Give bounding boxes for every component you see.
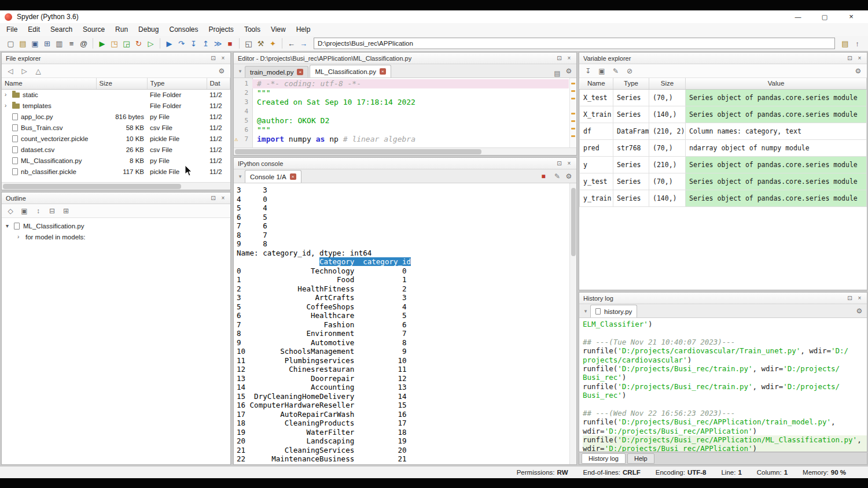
step-into-icon[interactable]: ↧ — [187, 38, 200, 50]
panel-tab-help[interactable]: Help — [627, 453, 654, 464]
variable-row[interactable]: dfDataFrame(210, 2)Column names: categor… — [580, 123, 867, 139]
remove-variable-icon[interactable]: ⊘ — [624, 67, 635, 75]
working-directory-input[interactable] — [314, 38, 835, 49]
step-over-icon[interactable]: ↷ — [175, 38, 187, 50]
rename-console-icon[interactable]: ✎ — [551, 172, 563, 180]
browse-directory-icon[interactable]: ▤ — [839, 38, 851, 50]
undock-pane-icon[interactable]: ⊡ — [208, 195, 218, 201]
save-all-icon[interactable]: ⊞ — [41, 38, 53, 50]
panel-tab-history-log[interactable]: History log — [582, 453, 626, 464]
go-to-cursor-icon[interactable]: ◇ — [5, 207, 16, 215]
editor-hscrollbar[interactable] — [234, 147, 576, 155]
file-row[interactable]: ›templatesFile Folder11/2 — [2, 100, 230, 111]
options-gear-icon[interactable]: ⚙ — [216, 67, 227, 75]
python-env-icon[interactable]: ✦ — [267, 38, 279, 50]
debug-continue-icon[interactable]: ≫ — [212, 38, 224, 50]
symbol-finder-icon[interactable]: @ — [78, 38, 90, 50]
code-text[interactable]: import numpy as np # linear algebra — [252, 135, 569, 144]
close-pane-icon[interactable]: × — [564, 160, 574, 167]
menu-source[interactable]: Source — [78, 23, 110, 36]
maximize-button[interactable]: ▢ — [811, 10, 838, 23]
file-row[interactable]: count_vectorizer.pickle10 KBpickle File1… — [2, 133, 230, 144]
variable-row[interactable]: X_trainSeries(140,)Series object of pand… — [580, 106, 867, 123]
file-row[interactable]: Bus_Train.csv58 KBcsv File11/2 — [2, 122, 230, 133]
parent-directory-icon[interactable]: ↑ — [851, 38, 863, 50]
open-file-icon[interactable]: ▤ — [17, 38, 29, 50]
forward-icon[interactable]: → — [297, 38, 310, 50]
show-fullpath-icon[interactable]: ▣ — [19, 207, 30, 215]
rerun-cell-icon[interactable]: ↻ — [133, 38, 145, 50]
undock-pane-icon[interactable]: ⊡ — [208, 55, 218, 61]
run-cell-advance-icon[interactable]: ◲ — [120, 38, 133, 50]
variable-row[interactable]: y_testSeries(70,)Series object of pandas… — [580, 173, 867, 190]
close-tab-icon[interactable]: × — [297, 69, 303, 75]
undock-pane-icon[interactable]: ⊡ — [554, 55, 564, 61]
menu-projects[interactable]: Projects — [204, 23, 239, 36]
import-data-icon[interactable]: ↧ — [582, 67, 594, 75]
back-icon[interactable]: ← — [285, 38, 297, 50]
file-column-size[interactable]: Size — [96, 78, 147, 89]
collapse-all-icon[interactable]: ⊟ — [46, 207, 58, 215]
preferences-icon[interactable]: ⚒ — [255, 38, 267, 50]
variable-row[interactable]: X_testSeries(70,)Series object of pandas… — [580, 89, 867, 106]
menu-view[interactable]: View — [266, 23, 291, 36]
code-text[interactable]: # -*- coding: utf-8 -*- — [252, 79, 569, 88]
previous-directory-icon[interactable]: ◁ — [5, 67, 16, 75]
history-options-gear-icon[interactable]: ⚙ — [854, 307, 865, 315]
minimize-button[interactable]: — — [785, 10, 811, 23]
expand-all-icon[interactable]: ⊞ — [60, 207, 72, 215]
history-file-tab[interactable]: history.py — [590, 305, 637, 317]
editor-tab[interactable]: train_model.py× — [245, 66, 308, 77]
tree-caret-icon[interactable]: › — [17, 234, 22, 240]
browse-tabs-icon[interactable]: ▾ — [581, 308, 590, 314]
variable-column-type[interactable]: Type — [613, 78, 649, 89]
file-row[interactable]: ML_Classification.py8 KBpy File11/2 — [2, 155, 230, 166]
variable-column-name[interactable]: Name — [580, 78, 613, 89]
variable-row[interactable]: y_trainSeries(140,)Series object of pand… — [580, 190, 867, 206]
save-data-icon[interactable]: ▣ — [596, 67, 608, 75]
console-vscrollbar[interactable] — [569, 183, 576, 464]
close-tab-icon[interactable]: × — [290, 173, 296, 180]
expand-caret-icon[interactable]: › — [5, 91, 9, 98]
menu-debug[interactable]: Debug — [133, 23, 164, 36]
scrollbar-thumb[interactable] — [235, 149, 481, 154]
variable-row[interactable]: predstr768(70,)ndarray object of numpy m… — [580, 139, 867, 156]
scrollbar-thumb[interactable] — [3, 184, 181, 189]
code-text[interactable] — [252, 107, 569, 116]
close-pane-icon[interactable]: × — [855, 295, 865, 301]
debug-icon[interactable]: ▶ — [163, 38, 175, 50]
run-selection-icon[interactable]: ▷ — [145, 38, 157, 50]
file-switcher-icon[interactable]: ≡ — [65, 38, 78, 50]
interrupt-kernel-icon[interactable]: ■ — [538, 172, 549, 180]
expand-caret-icon[interactable]: › — [5, 102, 9, 109]
stop-icon[interactable]: ■ — [224, 38, 236, 50]
close-pane-icon[interactable]: × — [564, 55, 574, 61]
split-editor-icon[interactable]: ▤ — [551, 69, 563, 77]
next-directory-icon[interactable]: ▷ — [19, 67, 30, 75]
menu-file[interactable]: File — [1, 23, 23, 36]
menu-tools[interactable]: Tools — [239, 23, 266, 36]
code-text[interactable]: @author: OKOK D2 — [252, 116, 569, 125]
close-tab-icon[interactable]: × — [380, 68, 386, 75]
variable-row[interactable]: ySeries(210,)Series object of pandas.cor… — [580, 156, 867, 173]
history-output[interactable]: ELM_Classifier')## ---(Tue Nov 21 10:40:… — [579, 318, 867, 452]
sort-icon[interactable]: ↕ — [32, 207, 44, 215]
menu-help[interactable]: Help — [291, 23, 316, 36]
menu-edit[interactable]: Edit — [23, 23, 45, 36]
variable-column-size[interactable]: Size — [649, 78, 686, 89]
edit-variable-icon[interactable]: ✎ — [610, 67, 621, 75]
code-text[interactable]: Created on Sat Sep 10 17:18:14 2022 — [252, 98, 569, 107]
code-text[interactable]: """ — [252, 125, 569, 135]
parent-directory-icon[interactable]: △ — [32, 67, 44, 75]
editor-tab[interactable]: ML_Classification.py× — [310, 65, 391, 77]
close-pane-icon[interactable]: × — [218, 195, 228, 201]
variable-column-value[interactable]: Value — [686, 78, 867, 89]
file-column-name[interactable]: Name — [2, 78, 96, 89]
print-icon[interactable]: ▥ — [53, 38, 65, 50]
outline-item[interactable]: ▾ML_Classification.py — [2, 220, 230, 231]
outline-item[interactable]: ›for model in models: — [2, 231, 230, 242]
file-row[interactable]: ›staticFile Folder11/2 — [2, 89, 230, 100]
tree-caret-icon[interactable]: ▾ — [6, 223, 10, 229]
console-options-gear-icon[interactable]: ⚙ — [563, 172, 575, 180]
file-row[interactable]: dataset.csv26 KBcsv File11/2 — [2, 144, 230, 155]
